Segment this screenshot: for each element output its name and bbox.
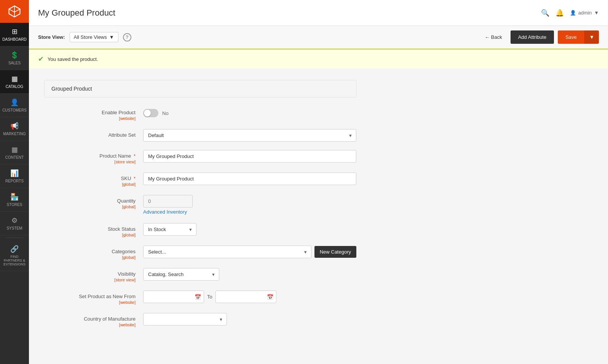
toggle-knob (144, 110, 151, 117)
back-button[interactable]: ← Back (480, 31, 507, 43)
product-form: Grouped Product Enable Product [website]… (29, 69, 372, 347)
help-button[interactable]: ? (123, 33, 131, 42)
categories-select[interactable]: Select... (143, 246, 311, 258)
categories-control: Select... ▼ New Category (143, 246, 356, 258)
stock-status-select-wrap: In Stock Out of Stock ▼ (143, 223, 196, 236)
country-of-manufacture-control: ▼ (143, 313, 356, 326)
store-view-select[interactable]: All Store Views ▼ (70, 32, 118, 42)
sidebar-item-system[interactable]: ⚙ SYSTEM (0, 212, 29, 235)
set-product-new-from-label: Set Product as New From [website] (44, 291, 143, 305)
save-dropdown-button[interactable]: ▼ (584, 30, 599, 44)
stores-icon: 🏪 (10, 193, 19, 201)
sidebar-item-dashboard[interactable]: ⊞ DASHBOARD (0, 23, 29, 46)
save-button[interactable]: Save (558, 30, 584, 44)
sales-icon: 💲 (10, 51, 19, 59)
add-attribute-button[interactable]: Add Attribute (511, 30, 554, 44)
sidebar-item-catalog[interactable]: ▦ CATALOG (0, 70, 29, 94)
date-to-wrap: 📅 (215, 291, 276, 303)
visibility-select-wrap: Not Visible Individually Catalog Search … (143, 268, 219, 281)
date-from-wrap: 📅 (143, 291, 204, 303)
product-name-control (143, 150, 356, 163)
sidebar-item-reports[interactable]: 📊 REPORTS (0, 164, 29, 188)
stock-status-label: Stock Status [global] (44, 223, 143, 237)
success-check-icon: ✔ (38, 55, 44, 63)
product-name-input[interactable] (143, 150, 356, 163)
categories-label: Categories [global] (44, 246, 143, 260)
country-of-manufacture-label: Country of Manufacture [website] (44, 313, 143, 327)
reports-icon: 📊 (10, 169, 19, 177)
visibility-label: Visibility [store view] (44, 268, 143, 282)
page-title: My Grouped Product (38, 8, 115, 18)
sku-label: SKU * [global] (44, 172, 143, 187)
toolbar-right: ← Back Add Attribute Save ▼ (480, 30, 599, 44)
marketing-icon: 📢 (10, 122, 19, 130)
sidebar-logo (0, 0, 29, 23)
sku-input[interactable] (143, 172, 356, 185)
set-product-new-from-row: Set Product as New From [website] 📅 To 📅 (44, 291, 356, 305)
attribute-set-row: Attribute Set Default ▼ (44, 129, 356, 142)
sidebar-item-marketing[interactable]: 📢 MARKETING (0, 117, 29, 141)
save-dropdown-icon: ▼ (589, 34, 594, 40)
sidebar-item-find-partners[interactable]: 🔗 FIND PARTNERS & EXTENSIONS (0, 240, 29, 271)
catalog-icon: ▦ (11, 75, 18, 83)
attribute-set-control: Default ▼ (143, 129, 356, 142)
notification-icon[interactable]: 🔔 (555, 9, 564, 17)
attribute-set-select[interactable]: Default (143, 129, 356, 142)
date-to-label: To (207, 294, 212, 300)
country-of-manufacture-row: Country of Manufacture [website] ▼ (44, 313, 356, 327)
find-partners-icon: 🔗 (10, 245, 19, 253)
advanced-inventory-link[interactable]: Advanced Inventory (143, 209, 187, 215)
main-content: My Grouped Product 🔍 🔔 👤 admin ▼ Store V… (29, 0, 608, 364)
save-button-group: Save ▼ (558, 30, 599, 44)
user-menu[interactable]: 👤 admin ▼ (570, 10, 599, 16)
search-icon[interactable]: 🔍 (541, 9, 549, 17)
stock-status-control: In Stock Out of Stock ▼ (143, 223, 356, 236)
dashboard-icon: ⊞ (12, 27, 18, 36)
success-message-text: You saved the product. (48, 56, 98, 62)
visibility-row: Visibility [store view] Not Visible Indi… (44, 268, 356, 282)
sku-row: SKU * [global] (44, 172, 356, 187)
page-content-area: ✔ You saved the product. Grouped Product… (29, 49, 608, 364)
page-header: My Grouped Product 🔍 🔔 👤 admin ▼ (29, 0, 608, 26)
system-icon: ⚙ (11, 216, 18, 225)
visibility-select[interactable]: Not Visible Individually Catalog Search … (143, 268, 219, 281)
set-product-new-from-control: 📅 To 📅 (143, 291, 356, 303)
calendar-from-icon[interactable]: 📅 (195, 294, 201, 300)
country-of-manufacture-select[interactable] (143, 313, 227, 326)
quantity-row: Quantity [global] Advanced Inventory (44, 195, 356, 215)
sidebar: ⊞ DASHBOARD 💲 SALES ▦ CATALOG 👤 CUSTOMER… (0, 0, 29, 364)
sidebar-item-stores[interactable]: 🏪 STORES (0, 188, 29, 212)
quantity-control: Advanced Inventory (143, 195, 356, 215)
header-actions: 🔍 🔔 👤 admin ▼ (541, 9, 599, 17)
enable-product-row: Enable Product [website] No (44, 107, 356, 121)
stock-status-row: Stock Status [global] In Stock Out of St… (44, 223, 356, 237)
attribute-set-label: Attribute Set (44, 129, 143, 138)
customers-icon: 👤 (10, 98, 19, 107)
country-select-wrap: ▼ (143, 313, 227, 326)
categories-select-wrap: Select... ▼ (143, 246, 311, 258)
product-name-row: Product Name * [store view] (44, 150, 356, 164)
sku-control (143, 172, 356, 185)
enable-product-value: No (162, 110, 169, 116)
toggle-wrap: No (143, 107, 356, 117)
categories-row: Categories [global] Select... ▼ New Cate… (44, 246, 356, 260)
product-type-section: Grouped Product (44, 80, 356, 97)
sidebar-item-sales[interactable]: 💲 SALES (0, 46, 29, 70)
product-name-label: Product Name * [store view] (44, 150, 143, 164)
calendar-to-icon[interactable]: 📅 (267, 294, 273, 300)
success-message-bar: ✔ You saved the product. (29, 49, 608, 69)
user-icon: 👤 (570, 10, 576, 16)
store-view-label: Store View: (38, 34, 65, 40)
toolbar: Store View: All Store Views ▼ ? ← Back A… (29, 26, 608, 49)
new-category-button[interactable]: New Category (314, 246, 356, 258)
quantity-label: Quantity [global] (44, 195, 143, 209)
product-type-label: Grouped Product (51, 86, 92, 92)
enable-product-toggle[interactable] (143, 109, 158, 117)
enable-product-label: Enable Product [website] (44, 107, 143, 121)
stock-status-select[interactable]: In Stock Out of Stock (143, 223, 196, 236)
attribute-set-select-wrap: Default ▼ (143, 129, 356, 142)
sidebar-item-customers[interactable]: 👤 CUSTOMERS (0, 94, 29, 117)
date-range-wrap: 📅 To 📅 (143, 291, 356, 303)
sidebar-item-content[interactable]: ▦ CONTENT (0, 141, 29, 164)
sidebar-divider (6, 238, 23, 238)
